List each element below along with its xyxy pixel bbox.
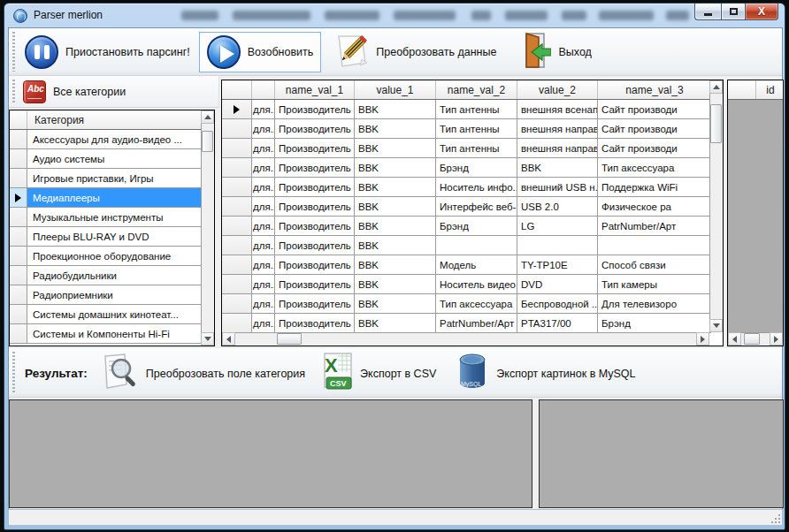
scroll-up-button[interactable] — [709, 80, 723, 94]
category-cell[interactable]: Системы домашних кинотеат... — [27, 305, 203, 324]
grid-cell[interactable]: BBK — [355, 178, 436, 197]
table-row[interactable]: для...ПроизводительBBKИнтерфейс веб-...U… — [222, 197, 711, 217]
grid-cell[interactable]: внешняя направ... — [517, 119, 598, 139]
grid-cell[interactable]: Носитель видео — [436, 275, 517, 294]
grid-cell[interactable]: BBK — [517, 158, 598, 178]
grid-column-header[interactable]: name_val_3 — [598, 80, 711, 99]
grid-cell[interactable]: Производитель — [275, 314, 355, 333]
grid-cell[interactable]: BBK — [355, 100, 436, 119]
category-cell[interactable]: Аксессуары для аудио-видео ... — [27, 130, 203, 149]
id-horizontal-scrollbar[interactable] — [728, 332, 783, 346]
grid-column-header[interactable]: value_1 — [355, 80, 436, 99]
grid-cell[interactable]: для... — [252, 275, 275, 294]
scroll-right-button[interactable] — [696, 332, 709, 346]
grid-cell[interactable]: BBK — [355, 294, 436, 314]
grid-cell[interactable]: BBK — [355, 197, 436, 217]
transform-data-button[interactable]: Преоброзовать данные — [328, 28, 503, 76]
grid-cell[interactable]: Производитель — [275, 236, 355, 255]
scroll-down-button[interactable] — [201, 332, 214, 346]
row-selector-cell[interactable] — [222, 236, 252, 255]
grid-cell[interactable]: Тип антенны — [436, 100, 517, 119]
grid-cell[interactable]: BBK — [355, 236, 436, 255]
category-row[interactable]: Игровые приставки, Игры — [10, 169, 203, 188]
scrollbar-thumb[interactable] — [744, 333, 760, 345]
category-cell[interactable]: Системы и Компоненты Hi-Fi — [27, 324, 203, 344]
category-row[interactable]: Системы домашних кинотеат... — [10, 305, 203, 324]
category-row[interactable]: Аудио системы — [10, 149, 203, 169]
category-row[interactable]: Аксессуары для аудио-видео ... — [10, 130, 203, 149]
category-row[interactable]: Радиоприемники — [10, 285, 203, 305]
grid-cell[interactable]: Производитель — [275, 178, 355, 197]
grid-column-header[interactable]: name_val_1 — [275, 80, 355, 99]
category-row[interactable]: Системы и Компоненты Hi-Fi — [10, 324, 203, 344]
grid-cell[interactable]: Для телевизоро — [598, 294, 711, 314]
row-selector-cell[interactable] — [10, 285, 27, 305]
table-row[interactable]: для...ПроизводительBBKМодельTY-TP10EСпос… — [222, 255, 711, 275]
grid-cell[interactable]: Интерфейс веб-... — [436, 197, 517, 217]
toolbar-grip[interactable] — [12, 352, 15, 393]
category-cell[interactable]: Радиобудильники — [27, 266, 203, 285]
grid-cell[interactable]: Способ связи — [598, 255, 711, 275]
grid-cell[interactable]: LG — [517, 217, 598, 236]
category-selector-header[interactable] — [10, 110, 27, 129]
grid-cell[interactable]: для... — [252, 294, 275, 314]
row-selector-cell[interactable] — [222, 178, 252, 197]
export-csv-button[interactable]: X CSV Экспорт в CSV — [316, 348, 443, 399]
category-cell[interactable]: Игровые приставки, Игры — [27, 169, 203, 188]
grid-cell[interactable]: BBK — [355, 314, 436, 333]
grid-cell[interactable]: Сайт производи — [598, 100, 711, 119]
row-selector-cell[interactable] — [222, 294, 252, 314]
row-selector-cell[interactable] — [222, 197, 252, 217]
grid-cell[interactable]: Брэнд — [598, 314, 711, 333]
scrollbar-thumb[interactable] — [277, 333, 302, 345]
category-row[interactable]: Плееры BLU-RAY и DVD — [10, 227, 203, 247]
grid-cell[interactable]: Производитель — [275, 139, 355, 158]
row-selector-cell[interactable] — [222, 158, 252, 178]
grid-cell[interactable]: BBK — [355, 217, 436, 236]
row-selector-cell[interactable] — [222, 100, 252, 119]
row-selector-cell[interactable] — [10, 247, 27, 266]
id-column-header[interactable]: id — [756, 80, 784, 99]
category-cell[interactable]: Проекционное оборудование — [27, 247, 203, 266]
grid-column-header-partial[interactable] — [252, 80, 275, 99]
scroll-left-button[interactable] — [728, 332, 741, 346]
row-selector-cell[interactable] — [222, 217, 252, 236]
table-row[interactable]: для...ПроизводительBBKТип антеннывнешняя… — [222, 119, 711, 139]
row-selector-cell[interactable] — [10, 305, 27, 324]
grid-cell[interactable]: для... — [252, 314, 275, 333]
grid-cell[interactable]: для... — [252, 100, 275, 119]
row-selector-cell[interactable] — [222, 255, 252, 275]
grid-cell[interactable]: Тип камеры — [598, 275, 711, 294]
grid-cell[interactable]: Беспроводной ... — [517, 294, 598, 314]
row-selector-cell[interactable] — [10, 266, 27, 285]
grid-cell[interactable]: для... — [252, 255, 275, 275]
scrollbar-thumb[interactable] — [710, 104, 722, 143]
row-selector-cell[interactable] — [10, 149, 27, 169]
exit-button[interactable]: Выход — [509, 28, 598, 76]
grid-cell[interactable]: PatrNumber/Арт — [436, 314, 517, 333]
grid-cell[interactable]: Брэнд — [436, 217, 517, 236]
scroll-down-button[interactable] — [709, 319, 723, 332]
category-column-header[interactable]: Категория — [27, 110, 203, 129]
pause-parsing-button[interactable]: Приостановить парсинг! — [18, 28, 197, 76]
grid-cell[interactable]: для... — [252, 119, 275, 139]
grid-cell[interactable]: Сайт производи — [598, 119, 711, 139]
category-row[interactable]: Медиаплееры — [10, 188, 203, 208]
grid-cell[interactable]: TY-TP10E — [517, 255, 598, 275]
grid-cell[interactable]: Тип аксессуара — [436, 294, 517, 314]
row-selector-cell[interactable] — [222, 314, 252, 333]
grid-cell[interactable]: внешняя всенап... — [517, 100, 598, 119]
grid-selector-header[interactable] — [222, 80, 252, 99]
id-selector-header[interactable] — [728, 80, 756, 99]
grid-cell[interactable]: Производитель — [275, 275, 355, 294]
grid-cell[interactable]: Тип антенны — [436, 119, 517, 139]
grid-cell[interactable]: Производитель — [275, 255, 355, 275]
grid-cell[interactable]: Производитель — [275, 217, 355, 236]
grid-cell[interactable]: для... — [252, 217, 275, 236]
grid-cell[interactable]: BBK — [355, 119, 436, 139]
table-row[interactable]: для...ПроизводительBBKНоситель видеоDVDТ… — [222, 275, 711, 294]
grid-cell[interactable] — [436, 236, 517, 255]
grid-cell[interactable]: Тип антенны — [436, 139, 517, 158]
scroll-up-button[interactable] — [201, 110, 214, 124]
maximize-button[interactable] — [721, 4, 746, 20]
